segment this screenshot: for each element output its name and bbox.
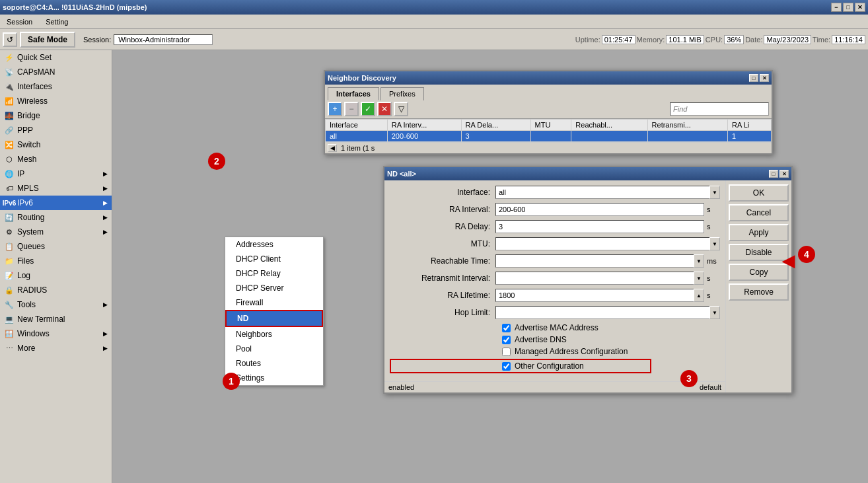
mesh-icon: ⬡ [4, 154, 15, 165]
close-button[interactable]: ✕ [855, 3, 865, 12]
hop-limit-dropdown-button[interactable]: ▼ [709, 306, 720, 319]
table-row[interactable]: all 200-600 3 1 [326, 131, 772, 142]
nd-minimize-button[interactable]: □ [749, 74, 758, 82]
safe-mode-button[interactable]: Safe Mode [20, 32, 75, 48]
sidebar-item-windows[interactable]: 🪟 Windows ▶ [0, 326, 112, 341]
cross-button[interactable]: ✕ [377, 102, 392, 116]
sidebar-item-capsman[interactable]: 📡 CAPsMAN [0, 65, 112, 79]
reachable-time-row: Reachable Time: ▼ ms [390, 254, 720, 268]
mtu-dropdown-button[interactable]: ▼ [709, 237, 720, 250]
advertise-dns-checkbox[interactable] [502, 336, 511, 344]
dropdown-item-addresses[interactable]: Addresses [225, 237, 323, 252]
mtu-input[interactable] [495, 237, 709, 250]
other-config-row: Other Configuration [390, 359, 651, 373]
sidebar-item-radius[interactable]: 🔒 RADIUS [0, 283, 112, 297]
sidebar-item-wireless[interactable]: 📶 Wireless [0, 94, 112, 108]
reachable-time-input[interactable] [495, 254, 694, 268]
retransmit-dropdown-button[interactable]: ▼ [694, 272, 704, 285]
apply-button[interactable]: Apply [729, 224, 789, 241]
dropdown-item-settings[interactable]: Settings [225, 371, 323, 385]
disable-button[interactable]: Disable [729, 244, 789, 261]
memory-label: Memory: [637, 36, 665, 44]
sidebar-label-capsman: CAPsMAN [17, 67, 55, 77]
add-button[interactable]: + [328, 102, 342, 116]
ra-interval-input[interactable] [495, 203, 704, 216]
nd-close-button[interactable]: ✕ [760, 74, 769, 82]
refresh-icon[interactable]: ↺ [3, 32, 17, 47]
nd-all-close-button[interactable]: ✕ [779, 170, 789, 178]
mpls-icon: 🏷 [4, 183, 15, 194]
sidebar-item-quick-set[interactable]: ⚡ Quick Set [0, 50, 112, 65]
reachable-unit: ms [707, 257, 720, 265]
ra-delay-input[interactable] [495, 220, 704, 233]
maximize-button[interactable]: □ [843, 3, 853, 12]
ra-lifetime-up-button[interactable]: ▲ [694, 289, 704, 302]
delete-button[interactable]: − [344, 102, 359, 116]
copy-button[interactable]: Copy [729, 264, 789, 281]
interface-input-group: ▼ [495, 186, 720, 199]
session-value[interactable]: Winbox-Administrador [114, 34, 213, 45]
interface-input[interactable] [495, 186, 709, 199]
ra-lifetime-input[interactable] [495, 289, 694, 302]
nd-all-minimize-button[interactable]: □ [769, 170, 778, 178]
filter-button[interactable]: ▽ [394, 102, 408, 116]
dropdown-item-dhcp-relay[interactable]: DHCP Relay [225, 266, 323, 281]
nd-footer: 1 item (1 s [337, 144, 769, 152]
advertise-mac-checkbox[interactable] [502, 324, 511, 332]
date-value: May/23/2023 [764, 35, 811, 44]
sidebar-item-log[interactable]: 📝 Log [0, 268, 112, 283]
check-button[interactable]: ✓ [361, 102, 375, 116]
tab-prefixes[interactable]: Prefixes [380, 87, 424, 100]
scroll-left-button[interactable]: ◀ [328, 144, 337, 152]
sidebar-item-ipv6[interactable]: IPv6 IPv6 ▶ [0, 196, 112, 210]
dropdown-item-nd[interactable]: ND [225, 310, 323, 327]
cell-interface: all [326, 131, 388, 142]
sidebar-label-wireless: Wireless [17, 96, 48, 106]
ra-lifetime-row: RA Lifetime: ▲ s [390, 289, 720, 302]
managed-addr-checkbox[interactable] [502, 348, 511, 356]
sidebar-item-routing[interactable]: 🔄 Routing ▶ [0, 210, 112, 225]
dropdown-item-pool[interactable]: Pool [225, 342, 323, 356]
sidebar-item-tools[interactable]: 🔧 Tools ▶ [0, 297, 112, 312]
col-ra-interval: RA Interv... [387, 120, 461, 131]
nd-all-form: Interface: ▼ RA Interval: s [384, 180, 725, 381]
title-bar-buttons: − □ ✕ [831, 3, 865, 12]
sidebar-item-system[interactable]: ⚙ System ▶ [0, 225, 112, 239]
dropdown-item-neighbors[interactable]: Neighbors [225, 327, 323, 342]
dropdown-item-dhcp-client[interactable]: DHCP Client [225, 252, 323, 266]
sidebar-item-interfaces[interactable]: 🔌 Interfaces [0, 79, 112, 94]
radius-icon: 🔒 [4, 285, 15, 295]
minimize-button[interactable]: − [831, 3, 842, 12]
more-arrow-icon: ▶ [103, 345, 108, 352]
cancel-button[interactable]: Cancel [729, 204, 789, 221]
hop-limit-label: Hop Limit: [390, 308, 495, 317]
sidebar-item-more[interactable]: ⋯ More ▶ [0, 341, 112, 355]
remove-button[interactable]: Remove [729, 283, 789, 301]
tab-interfaces[interactable]: Interfaces [328, 87, 379, 100]
sidebar-item-mesh[interactable]: ⬡ Mesh [0, 152, 112, 167]
sidebar-item-switch[interactable]: 🔀 Switch [0, 137, 112, 152]
sidebar-item-ip[interactable]: 🌐 IP ▶ [0, 167, 112, 181]
hop-limit-input[interactable] [495, 306, 709, 319]
sidebar-item-files[interactable]: 📁 Files [0, 254, 112, 268]
sidebar-item-ppp[interactable]: 🔗 PPP [0, 123, 112, 137]
content-area: 2 Addresses DHCP Client DHCP Relay DHCP … [112, 50, 868, 483]
dropdown-item-firewall[interactable]: Firewall [225, 295, 323, 310]
menu-setting[interactable]: Setting [42, 17, 72, 27]
dropdown-item-dhcp-server[interactable]: DHCP Server [225, 281, 323, 295]
find-input[interactable] [670, 102, 769, 116]
sidebar-item-bridge[interactable]: 🌉 Bridge [0, 108, 112, 123]
interface-label: Interface: [390, 188, 495, 197]
ok-button[interactable]: OK [729, 184, 789, 202]
dropdown-item-routes[interactable]: Routes [225, 356, 323, 371]
menu-session[interactable]: Session [3, 17, 36, 27]
reachable-dropdown-button[interactable]: ▼ [694, 254, 704, 268]
sidebar-item-new-terminal[interactable]: 💻 New Terminal [0, 312, 112, 326]
sidebar-item-queues[interactable]: 📋 Queues [0, 239, 112, 254]
retransmit-input[interactable] [495, 272, 694, 285]
time-label: Time: [813, 36, 830, 44]
interface-dropdown-button[interactable]: ▼ [709, 186, 720, 199]
sidebar-item-mpls[interactable]: 🏷 MPLS ▶ [0, 181, 112, 196]
col-retransmit: Retransmi... [647, 120, 727, 131]
other-config-checkbox[interactable] [502, 362, 511, 371]
